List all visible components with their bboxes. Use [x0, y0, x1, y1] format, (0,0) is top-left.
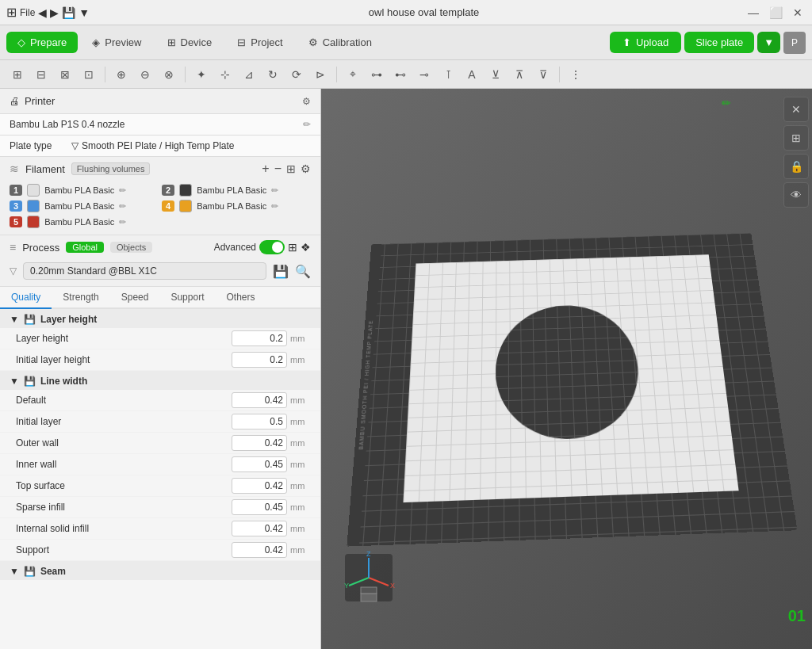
scene-number: 01	[788, 607, 806, 625]
filament-edit-2[interactable]: ✏	[271, 185, 278, 196]
toolbar-btn-10[interactable]: ⊿	[238, 63, 260, 86]
filament-settings-btn[interactable]: ⚙	[301, 162, 311, 175]
upload-button[interactable]: ⬆ Upload	[610, 32, 681, 53]
tab-strength[interactable]: Strength	[52, 287, 109, 309]
sparse-infill-input[interactable]	[232, 499, 287, 515]
toolbar-btn-4[interactable]: ⊡	[78, 63, 100, 86]
grid-icon[interactable]: ⊞	[783, 125, 809, 151]
toolbar-btn-19[interactable]: A	[461, 63, 483, 86]
close-viewport-icon[interactable]: ✕	[783, 97, 809, 122]
toolbar-btn-1[interactable]: ⊞	[6, 63, 29, 86]
nav-device[interactable]: ⊞ Device	[156, 32, 224, 53]
inner-wall-unit: mm	[287, 460, 311, 469]
internal-solid-input[interactable]	[232, 521, 287, 536]
oval-model	[495, 303, 642, 441]
tab-speed[interactable]: Speed	[110, 287, 160, 309]
preset-save-icon[interactable]: 💾	[273, 264, 289, 279]
toolbar-btn-23[interactable]: ⋮	[565, 63, 587, 86]
nav-calibration[interactable]: ⚙ Calibration	[297, 32, 383, 53]
filament-edit-1[interactable]: ✏	[119, 185, 126, 196]
build-area	[403, 254, 737, 502]
calibration-icon: ⚙	[308, 36, 318, 48]
toolbar-btn-3[interactable]: ⊠	[54, 63, 76, 86]
default-input[interactable]	[232, 392, 287, 408]
inner-wall-name: Inner wall	[16, 459, 232, 470]
edit-icon[interactable]: ✏	[722, 97, 731, 109]
line-width-header[interactable]: ▼ 💾 Line width	[0, 371, 320, 390]
menu-more[interactable]: ▼	[79, 6, 90, 19]
plate-type-select[interactable]: ▽ Smooth PEI Plate / High Temp Plate	[71, 140, 235, 151]
printer-settings-icon[interactable]: ⚙	[302, 96, 311, 107]
list-view-icon[interactable]: ❖	[301, 241, 311, 254]
toolbar-btn-5[interactable]: ⊕	[110, 63, 132, 86]
toolbar-btn-11[interactable]: ↻	[262, 63, 284, 86]
3d-viewport[interactable]: BAMBU SMOOTH PEI / HIGH TEMP PLATE	[321, 89, 812, 649]
prepare-label: Prepare	[30, 36, 67, 48]
toolbar-btn-21[interactable]: ⊼	[508, 63, 530, 86]
grid-view-icon[interactable]: ⊞	[288, 241, 297, 254]
save-btn[interactable]: 💾	[62, 6, 75, 19]
filament-add-btn[interactable]: +	[262, 162, 269, 176]
flush-volumes-btn[interactable]: Flushing volumes	[71, 162, 151, 175]
toolbar-btn-12[interactable]: ⟳	[285, 63, 308, 86]
toolbar-btn-15[interactable]: ⊶	[366, 63, 388, 86]
more-btn[interactable]: P	[783, 32, 806, 54]
toolbar-btn-20[interactable]: ⊻	[485, 63, 507, 86]
toolbar-btn-7[interactable]: ⊗	[158, 63, 180, 86]
file-menu[interactable]: File	[20, 7, 35, 18]
plate-value: Smooth PEI Plate / High Temp Plate	[82, 140, 235, 151]
filament-edit-5[interactable]: ✏	[119, 217, 126, 227]
printer-label-text: Printer	[25, 95, 55, 107]
initial-layer-height-input[interactable]	[232, 352, 287, 368]
toolbar-btn-8[interactable]: ✦	[190, 63, 213, 86]
print-bed: BAMBU SMOOTH PEI / HIGH TEMP PLATE	[347, 232, 797, 546]
global-badge[interactable]: Global	[66, 242, 104, 253]
filament-edit-3[interactable]: ✏	[119, 201, 126, 212]
layer-height-header[interactable]: ▼ 💾 Layer height	[0, 309, 320, 328]
nav-forward[interactable]: ▶	[50, 6, 59, 19]
toolbar-btn-16[interactable]: ⊷	[389, 63, 412, 86]
nav-prepare[interactable]: ◇ Prepare	[6, 32, 78, 53]
objects-badge[interactable]: Objects	[110, 242, 152, 253]
tab-others[interactable]: Others	[215, 287, 266, 309]
toolbar-btn-6[interactable]: ⊖	[134, 63, 156, 86]
filament-copy-btn[interactable]: ⊞	[286, 162, 296, 175]
initial-layer-input[interactable]	[232, 414, 287, 429]
minimize-btn[interactable]: —	[745, 5, 761, 21]
lock-icon[interactable]: 🔒	[783, 154, 809, 179]
filament-remove-btn[interactable]: −	[274, 162, 282, 176]
tab-quality[interactable]: Quality	[0, 287, 52, 309]
svg-rect-8	[361, 587, 377, 594]
filament-item-2: 2 Bambu PLA Basic ✏	[162, 184, 311, 197]
toolbar-btn-14[interactable]: ⌖	[342, 63, 364, 86]
support-input[interactable]	[232, 542, 287, 558]
nav-preview[interactable]: ◈ Preview	[81, 32, 152, 53]
slice-dropdown-btn[interactable]: ▼	[757, 32, 780, 53]
toolbar-btn-22[interactable]: ⊽	[532, 63, 554, 86]
machine-edit-icon[interactable]: ✏	[303, 119, 311, 130]
inner-wall-input[interactable]	[232, 456, 287, 472]
layer-height-input[interactable]	[232, 330, 287, 346]
toolbar-btn-18[interactable]: ⊺	[437, 63, 459, 86]
setting-initial-layer: Initial layer mm	[0, 411, 320, 433]
tab-support[interactable]: Support	[159, 287, 215, 309]
view-icon[interactable]: 👁	[783, 182, 809, 208]
nav-back[interactable]: ◀	[38, 6, 47, 19]
setting-internal-solid: Internal solid infill mm	[0, 518, 320, 540]
preset-search-icon[interactable]: 🔍	[295, 264, 311, 279]
toolbar-btn-13[interactable]: ⊳	[309, 63, 331, 86]
maximize-btn[interactable]: ⬜	[768, 5, 783, 21]
toolbar-btn-2[interactable]: ⊟	[30, 63, 52, 86]
close-btn[interactable]: ✕	[790, 5, 806, 21]
preset-name-field[interactable]: 0.20mm Standard @BBL X1C	[23, 262, 266, 280]
top-surface-input[interactable]	[232, 478, 287, 494]
toolbar-btn-17[interactable]: ⊸	[413, 63, 435, 86]
nav-project[interactable]: ⊟ Project	[226, 32, 293, 53]
slice-button[interactable]: Slice plate	[684, 32, 754, 53]
filament-edit-4[interactable]: ✏	[271, 201, 278, 212]
toolbar-btn-9[interactable]: ⊹	[214, 63, 236, 86]
plate-row: Plate type ▽ Smooth PEI Plate / High Tem…	[0, 136, 320, 157]
seam-header[interactable]: ▼ 💾 Seam	[0, 561, 320, 580]
outer-wall-input[interactable]	[232, 435, 287, 451]
advanced-toggle-switch[interactable]	[259, 240, 285, 254]
